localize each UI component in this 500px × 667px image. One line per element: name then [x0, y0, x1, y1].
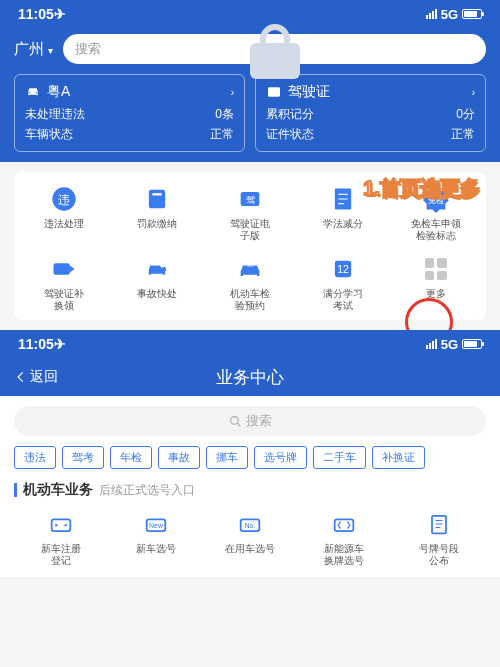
filter-chip[interactable]: 驾考 — [62, 446, 104, 469]
filter-chip[interactable]: 补换证 — [372, 446, 425, 469]
filter-chip[interactable]: 违法 — [14, 446, 56, 469]
service-item[interactable]: 号牌号段 公布 — [392, 509, 486, 567]
svg-rect-0 — [268, 87, 280, 96]
battery-icon — [462, 9, 482, 19]
service-item[interactable]: 新能源车 换牌选号 — [297, 509, 391, 567]
svg-text:No.: No. — [245, 522, 256, 529]
grid-item[interactable]: 事故快处 — [111, 254, 204, 312]
svg-text:New: New — [149, 522, 164, 529]
license-icon — [266, 84, 282, 100]
svg-rect-9 — [54, 263, 70, 275]
city-selector[interactable]: 广州 ▾ — [14, 40, 53, 59]
status-time: 11:05 — [18, 6, 54, 22]
location-arrow-icon: ✈ — [54, 6, 66, 22]
page-title: 业务中心 — [216, 366, 284, 389]
section-title: 机动车业务 后续正式选号入口 — [14, 481, 486, 499]
lock-icon — [250, 24, 300, 79]
svg-text:驾: 驾 — [245, 195, 254, 205]
grid-item[interactable]: 学法减分 — [296, 184, 389, 242]
svg-point-15 — [55, 524, 57, 526]
svg-rect-4 — [153, 193, 162, 195]
svg-text:预: 预 — [246, 260, 253, 267]
filter-chip[interactable]: 事故 — [158, 446, 200, 469]
filter-chips: 违法驾考年检事故挪车选号牌二手车补换证 — [14, 446, 486, 469]
svg-rect-3 — [149, 190, 165, 209]
grid-item[interactable]: 免检免检车申领 检验标志 — [389, 184, 482, 242]
filter-chip[interactable]: 年检 — [110, 446, 152, 469]
screen-home: 11:05 ✈ 5G 广州 ▾ 搜索 粤A› 未处理违法0条 车辆状态正常 驾驶… — [0, 0, 500, 320]
back-button[interactable]: 返回 — [14, 368, 58, 386]
status-bar: 11:05 ✈ 5G — [0, 330, 500, 358]
quick-grid: 违违法处理罚款缴纳驾驾驶证电 子版学法减分免检免检车申领 检验标志驾驶证补 换领… — [14, 172, 486, 320]
signal-icon — [426, 9, 437, 19]
search-icon — [229, 415, 242, 428]
grid-item[interactable]: 罚款缴纳 — [111, 184, 204, 242]
chevron-right-icon: › — [231, 87, 234, 98]
svg-text:12: 12 — [337, 263, 349, 275]
service-item[interactable]: New新车选号 — [108, 509, 202, 567]
filter-chip[interactable]: 二手车 — [313, 446, 366, 469]
service-item[interactable]: 新车注册 登记 — [14, 509, 108, 567]
vehicle-card[interactable]: 粤A› 未处理违法0条 车辆状态正常 — [14, 74, 245, 152]
screen-services: 11:05 ✈ 5G 返回 业务中心 搜索 违法驾考年检事故挪车选号牌二手车补换… — [0, 330, 500, 577]
grid-item[interactable]: 驾驾驶证电 子版 — [204, 184, 297, 242]
chevron-down-icon: ▾ — [48, 45, 53, 56]
grid-item[interactable]: 驾驶证补 换领 — [18, 254, 111, 312]
filter-chip[interactable]: 挪车 — [206, 446, 248, 469]
grid-item[interactable]: 预机动车检 验预约 — [204, 254, 297, 312]
network-label: 5G — [441, 7, 458, 22]
grid-item[interactable]: 12满分学习 考试 — [296, 254, 389, 312]
location-arrow-icon: ✈ — [54, 336, 66, 352]
search-input[interactable]: 搜索 — [63, 34, 486, 64]
battery-icon — [462, 339, 482, 349]
svg-point-13 — [230, 416, 238, 424]
service-item[interactable]: No.在用车选号 — [203, 509, 297, 567]
filter-chip[interactable]: 选号牌 — [254, 446, 307, 469]
svg-text:免检: 免检 — [428, 196, 444, 205]
svg-point-16 — [65, 524, 67, 526]
car-icon — [25, 84, 41, 100]
grid-item[interactable]: 更多 — [389, 254, 482, 312]
search-input[interactable]: 搜索 — [14, 406, 486, 436]
svg-rect-14 — [52, 519, 71, 531]
grid-item[interactable]: 违违法处理 — [18, 184, 111, 242]
signal-icon — [426, 339, 437, 349]
svg-text:违: 违 — [58, 193, 70, 206]
chevron-right-icon: › — [472, 87, 475, 98]
license-card[interactable]: 驾驶证› 累积记分0分 证件状态正常 — [255, 74, 486, 152]
service-grid: 新车注册 登记New新车选号No.在用车选号新能源车 换牌选号号牌号段 公布 — [14, 509, 486, 567]
more-icon — [425, 258, 447, 280]
